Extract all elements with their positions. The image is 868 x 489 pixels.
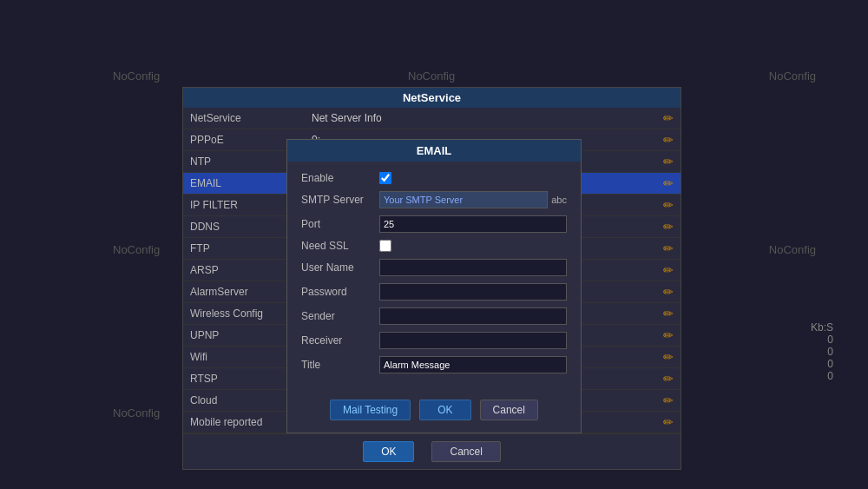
edit-icon[interactable]: ✏ xyxy=(656,108,681,129)
title-input[interactable] xyxy=(379,356,567,373)
edit-icon[interactable]: ✏ xyxy=(656,325,681,347)
edit-icon[interactable]: ✏ xyxy=(656,368,681,390)
user-name-row: User Name xyxy=(301,259,567,276)
corner-label-mid-right: NoConfig xyxy=(769,243,816,256)
smtp-server-label: SMTP Server xyxy=(301,194,379,206)
table-row[interactable]: NetService Net Server Info ✏ xyxy=(183,108,681,129)
email-modal-title: EMAIL xyxy=(287,140,581,162)
title-label: Title xyxy=(301,359,379,371)
enable-row: Enable xyxy=(301,172,567,184)
window-title: NetService xyxy=(183,88,681,108)
enable-label: Enable xyxy=(301,172,379,184)
net-service-cancel-button[interactable]: Cancel xyxy=(431,441,500,462)
kbs-value: 0 xyxy=(811,370,833,382)
corner-label-top-left: NoConfig xyxy=(113,69,160,83)
edit-icon[interactable]: ✏ xyxy=(656,238,681,260)
email-ok-button[interactable]: OK xyxy=(419,400,470,420)
smtp-server-input[interactable] xyxy=(379,191,548,208)
sender-input[interactable] xyxy=(379,307,567,325)
row-value: Net Server Info xyxy=(305,108,656,129)
edit-icon[interactable]: ✏ xyxy=(656,412,681,433)
email-modal-body: Enable SMTP Server abc Port Need SSL Use… xyxy=(287,162,581,391)
edit-icon[interactable]: ✏ xyxy=(656,390,681,412)
row-name: NetService xyxy=(183,108,305,129)
corner-label-mid-left: NoConfig xyxy=(113,243,160,256)
kbs-label: Kb:S xyxy=(811,321,833,334)
edit-icon[interactable]: ✏ xyxy=(656,303,681,325)
corner-label-bot-left: NoConfig xyxy=(113,406,160,420)
receiver-input[interactable] xyxy=(379,332,567,349)
email-cancel-button[interactable]: Cancel xyxy=(480,400,538,420)
mail-testing-button[interactable]: Mail Testing xyxy=(330,400,411,420)
edit-icon[interactable]: ✏ xyxy=(656,195,681,216)
smtp-server-row: SMTP Server abc xyxy=(301,191,567,208)
abc-icon: abc xyxy=(551,195,567,205)
title-row: Title xyxy=(301,356,567,373)
window-footer: OK Cancel xyxy=(183,433,681,469)
edit-icon[interactable]: ✏ xyxy=(656,216,681,238)
edit-icon[interactable]: ✏ xyxy=(656,173,681,195)
password-label: Password xyxy=(301,286,379,298)
receiver-row: Receiver xyxy=(301,332,567,349)
port-row: Port xyxy=(301,215,567,233)
corner-label-top-right: NoConfig xyxy=(769,69,816,83)
port-input[interactable] xyxy=(379,215,567,233)
password-input[interactable] xyxy=(379,283,567,301)
receiver-label: Receiver xyxy=(301,334,379,347)
need-ssl-checkbox[interactable] xyxy=(379,240,391,252)
user-name-input[interactable] xyxy=(379,259,567,276)
corner-label-top-center: NoConfig xyxy=(408,69,455,83)
edit-icon[interactable]: ✏ xyxy=(656,281,681,303)
kbs-value: 0 xyxy=(811,346,833,358)
need-ssl-label: Need SSL xyxy=(301,240,379,252)
kbs-panel: Kb:S 0000 xyxy=(811,321,833,382)
user-name-label: User Name xyxy=(301,261,379,274)
email-modal-footer: Mail Testing OK Cancel xyxy=(287,391,581,433)
email-modal: EMAIL Enable SMTP Server abc Port Need S… xyxy=(286,139,582,433)
port-label: Port xyxy=(301,218,379,230)
enable-checkbox[interactable] xyxy=(379,172,391,184)
sender-row: Sender xyxy=(301,307,567,325)
edit-icon[interactable]: ✏ xyxy=(656,151,681,173)
edit-icon[interactable]: ✏ xyxy=(656,260,681,281)
edit-icon[interactable]: ✏ xyxy=(656,129,681,151)
kbs-value: 0 xyxy=(811,358,833,370)
kbs-value: 0 xyxy=(811,334,833,346)
edit-icon[interactable]: ✏ xyxy=(656,347,681,368)
password-row: Password xyxy=(301,283,567,301)
sender-label: Sender xyxy=(301,310,379,322)
net-service-ok-button[interactable]: OK xyxy=(363,441,414,462)
need-ssl-row: Need SSL xyxy=(301,240,567,252)
